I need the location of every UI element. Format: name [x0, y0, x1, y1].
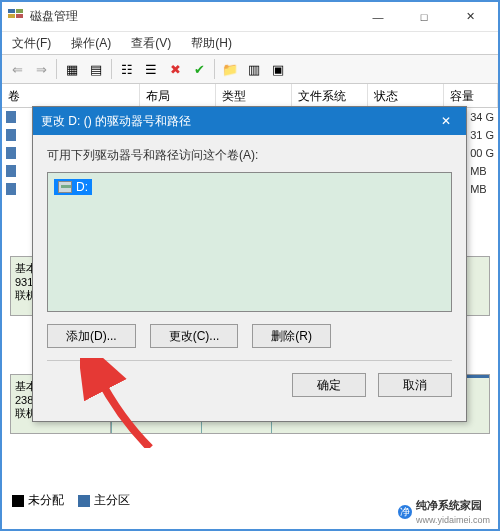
window-title: 磁盘管理 [30, 8, 356, 25]
primary-swatch [78, 495, 90, 507]
delete-icon[interactable]: ✖ [164, 58, 186, 80]
folder-icon[interactable]: 📁 [219, 58, 241, 80]
toolbar: ⇐ ⇒ ▦ ▤ ☷ ☰ ✖ ✔ 📁 ▥ ▣ [2, 54, 498, 84]
grid2-icon[interactable]: ▤ [85, 58, 107, 80]
close-button[interactable]: ✕ [448, 3, 492, 31]
menu-file[interactable]: 文件(F) [8, 33, 55, 54]
menu-action[interactable]: 操作(A) [67, 33, 115, 54]
dialog-titlebar[interactable]: 更改 D: () 的驱动器号和路径 ✕ [33, 107, 466, 135]
change-button[interactable]: 更改(C)... [150, 324, 239, 348]
col-fs[interactable]: 文件系统 [292, 84, 368, 107]
props-icon[interactable]: ▣ [267, 58, 289, 80]
col-type[interactable]: 类型 [216, 84, 292, 107]
main-titlebar: 磁盘管理 — □ ✕ [2, 2, 498, 32]
col-layout[interactable]: 布局 [140, 84, 216, 107]
add-button[interactable]: 添加(D)... [47, 324, 136, 348]
cancel-button[interactable]: 取消 [378, 373, 452, 397]
change-drive-letter-dialog: 更改 D: () 的驱动器号和路径 ✕ 可用下列驱动器号和路径访问这个卷(A):… [32, 106, 467, 422]
back-icon[interactable]: ⇐ [6, 58, 28, 80]
drive-icon [58, 181, 72, 193]
menu-bar: 文件(F) 操作(A) 查看(V) 帮助(H) [2, 32, 498, 54]
grid-icon[interactable]: ▦ [61, 58, 83, 80]
maximize-button[interactable]: □ [402, 3, 446, 31]
app-icon [8, 9, 24, 25]
forward-icon[interactable]: ⇒ [30, 58, 52, 80]
unalloc-swatch [12, 495, 24, 507]
remove-button[interactable]: 删除(R) [252, 324, 331, 348]
col-capacity[interactable]: 容量 [444, 84, 498, 107]
capacity-values: 34 G 31 G 00 G MB MB [470, 108, 494, 198]
ok-button[interactable]: 确定 [292, 373, 366, 397]
refresh-icon[interactable]: ☰ [140, 58, 162, 80]
col-status[interactable]: 状态 [368, 84, 444, 107]
column-headers: 卷 布局 类型 文件系统 状态 容量 [2, 84, 498, 108]
dialog-instruction: 可用下列驱动器号和路径访问这个卷(A): [47, 147, 452, 164]
dialog-close-button[interactable]: ✕ [426, 107, 466, 135]
drive-path-listbox[interactable]: D: [47, 172, 452, 312]
col-volume[interactable]: 卷 [2, 84, 140, 107]
check-icon[interactable]: ✔ [188, 58, 210, 80]
list-icon[interactable]: ▥ [243, 58, 265, 80]
manage-icon[interactable]: ☷ [116, 58, 138, 80]
legend: 未分配 主分区 [12, 492, 130, 509]
dialog-title: 更改 D: () 的驱动器号和路径 [41, 113, 426, 130]
watermark: 净 纯净系统家园 www.yidaimei.com [398, 498, 490, 525]
watermark-icon: 净 [398, 505, 412, 519]
menu-view[interactable]: 查看(V) [127, 33, 175, 54]
drive-item-selected[interactable]: D: [54, 179, 92, 195]
menu-help[interactable]: 帮助(H) [187, 33, 236, 54]
minimize-button[interactable]: — [356, 3, 400, 31]
